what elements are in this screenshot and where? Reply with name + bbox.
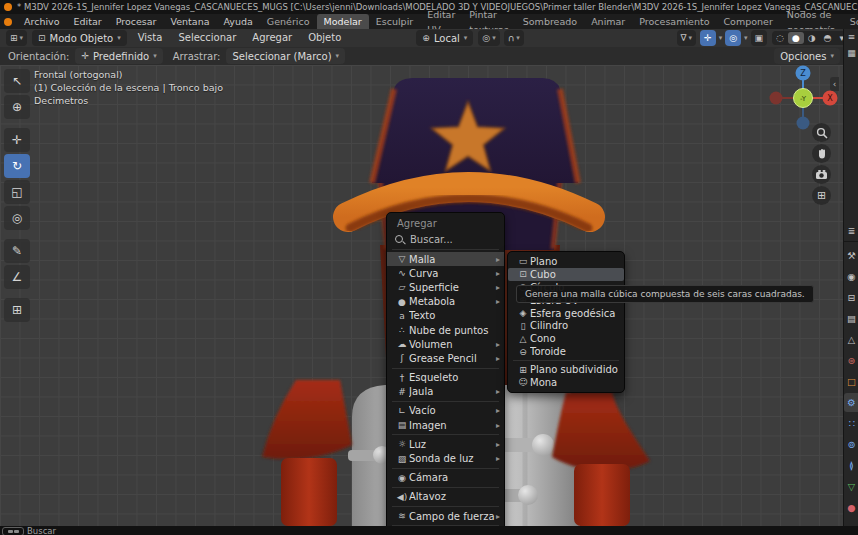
- rendered-shading-button[interactable]: ◓: [820, 32, 836, 44]
- menu-item-grease-pencil[interactable]: ʃGrease Pencil▸: [387, 351, 504, 365]
- menu-item-superficie[interactable]: ▱Superficie▸: [387, 280, 504, 294]
- zoom-button[interactable]: [812, 123, 831, 142]
- workspace-tab-procesamiento[interactable]: Procesamiento: [632, 14, 716, 29]
- tab-modifiers[interactable]: ⚙: [844, 393, 858, 412]
- overlays-dropdown[interactable]: ▾: [744, 34, 748, 42]
- 3d-viewport[interactable]: Frontal (ortogonal) (1) Colección de la …: [0, 65, 843, 526]
- navigation-gizmo[interactable]: Z X -Y: [768, 65, 840, 135]
- tab-physics[interactable]: ⊚: [844, 435, 858, 454]
- workspace-tab-sombreado[interactable]: Sombreado: [516, 14, 584, 29]
- pivot-point-dropdown[interactable]: ◎ ▾: [478, 30, 499, 46]
- menu-item-cubo[interactable]: ⊡Cubo: [508, 268, 624, 281]
- wireframe-shading-button[interactable]: ◌: [772, 32, 788, 44]
- menu-item-cono[interactable]: △Cono: [508, 332, 624, 345]
- tab-output[interactable]: ⊟: [844, 288, 858, 307]
- menu-item-camara[interactable]: ◉Cámara: [387, 471, 504, 485]
- menu-item-cilindro[interactable]: ▯Cilindro: [508, 319, 624, 332]
- tab-world[interactable]: ⊛: [844, 351, 858, 370]
- menu-seleccionar[interactable]: Seleccionar: [171, 29, 243, 47]
- menu-agregar[interactable]: Agregar: [245, 29, 299, 47]
- menu-ayuda[interactable]: Ayuda: [217, 14, 260, 29]
- workspace-tab-generico[interactable]: Genérico: [260, 14, 317, 29]
- menu-item-malla[interactable]: ▽Malla▸: [387, 252, 504, 266]
- show-gizmos-toggle[interactable]: ✛: [700, 30, 716, 46]
- camera-view-button[interactable]: [812, 165, 831, 184]
- snap-dropdown[interactable]: ∩ ▾: [504, 30, 524, 46]
- tool-cursor[interactable]: ⊕: [4, 95, 30, 119]
- object-filter-dropdown[interactable]: ∇ ▾: [677, 30, 697, 46]
- tool-select-box[interactable]: ↖: [4, 69, 30, 93]
- menu-item-mona[interactable]: ☺Mona: [508, 376, 624, 389]
- menu-item-plano[interactable]: ▭Plano: [508, 255, 624, 268]
- menu-item-campo-de-fuerza[interactable]: ≋Campo de fuerza▸: [387, 509, 504, 523]
- workspace-tab-esculpir[interactable]: Esculpir: [369, 14, 420, 29]
- drag-action-dropdown[interactable]: Seleccionar (Marco) ▾: [226, 48, 345, 64]
- properties-editor-button[interactable]: ≣: [844, 226, 858, 236]
- menu-item-altavoz[interactable]: ◀)Altavoz: [387, 490, 504, 504]
- orientation-preset-dropdown[interactable]: ✛ Predefinido ▾: [75, 48, 162, 64]
- tool-scale[interactable]: ◱: [4, 180, 30, 204]
- orthographic-toggle-button[interactable]: ⊞: [812, 186, 831, 205]
- menu-editar[interactable]: Editar: [67, 14, 109, 29]
- menu-vista[interactable]: Vista: [131, 29, 170, 47]
- menu-item-esfera-geodesica[interactable]: ◈Esfera geodésica: [508, 307, 624, 320]
- gizmos-dropdown[interactable]: ▾: [719, 34, 723, 42]
- menu-objeto[interactable]: Objeto: [301, 29, 348, 47]
- gizmo-minus-x-axis[interactable]: [770, 92, 783, 105]
- menu-item-metabola[interactable]: ●Metabola▸: [387, 295, 504, 309]
- tab-material[interactable]: ●: [844, 498, 858, 517]
- tab-particles[interactable]: ∷: [844, 414, 858, 433]
- tool-move[interactable]: ✛: [4, 128, 30, 152]
- pan-button[interactable]: [812, 144, 831, 163]
- menu-item-nube-de-puntos[interactable]: ∴Nube de puntos: [387, 323, 504, 337]
- options-dropdown[interactable]: Opciones ▾: [774, 48, 840, 64]
- xray-toggle[interactable]: ▣: [751, 30, 768, 46]
- gizmo-minus-z-axis[interactable]: [797, 117, 810, 130]
- outliner-editor-button[interactable]: ≡: [844, 32, 858, 42]
- transform-orientation-dropdown[interactable]: ⊕ Local ▾: [416, 30, 473, 46]
- menu-item-sonda-de-luz[interactable]: ▨Sonda de luz▸: [387, 451, 504, 465]
- tab-object-data[interactable]: ▽: [844, 477, 858, 496]
- menu-item-esqueleto[interactable]: †Esqueleto: [387, 371, 504, 385]
- workspace-tab-modelar[interactable]: Modelar: [317, 14, 369, 29]
- tool-rotate[interactable]: ↻: [4, 154, 30, 178]
- menu-item-toroide[interactable]: ⊖Toroide: [508, 345, 624, 358]
- material-shading-button[interactable]: ◑: [804, 32, 820, 44]
- tool-transform[interactable]: ◎: [4, 206, 30, 230]
- blender-menu-icon[interactable]: [4, 18, 12, 26]
- cube-icon: ⊡: [516, 269, 530, 279]
- menu-ventana[interactable]: Ventana: [163, 14, 216, 29]
- tab-scene[interactable]: △: [844, 330, 858, 349]
- workspace-tab-animar[interactable]: Animar: [584, 14, 632, 29]
- show-overlays-toggle[interactable]: ◎: [725, 30, 741, 46]
- tool-measure[interactable]: ∠: [4, 265, 30, 289]
- tool-add-cube[interactable]: ⊞: [4, 298, 30, 322]
- mode-dropdown[interactable]: ⊡ Modo Objeto ▾: [32, 30, 127, 46]
- menu-item-texto[interactable]: aTexto: [387, 309, 504, 323]
- menu-item-jaula[interactable]: #Jaula▸: [387, 385, 504, 399]
- tab-render[interactable]: ◉: [844, 267, 858, 286]
- camera-icon: [815, 169, 828, 180]
- tab-object[interactable]: □: [844, 372, 858, 391]
- workspace-tab-scripts[interactable]: Scripts: [843, 14, 858, 29]
- editor-type-button[interactable]: ⊞ ▾: [6, 30, 27, 46]
- tab-constraints[interactable]: ≬: [844, 456, 858, 475]
- outliner-collection-button[interactable]: ▦: [844, 48, 858, 58]
- menu-item-plano-subdividido[interactable]: ⊞Plano subdividido: [508, 363, 624, 376]
- tab-tool[interactable]: ⚒: [844, 246, 858, 265]
- menu-item-luz[interactable]: ☼Luz▸: [387, 437, 504, 451]
- menu-item-curva[interactable]: ∿Curva▸: [387, 266, 504, 280]
- menu-item-volumen[interactable]: ☁Volumen▸: [387, 337, 504, 351]
- menu-item-vacio[interactable]: ∟Vacío▸: [387, 404, 504, 418]
- chevron-down-icon: ▾: [464, 34, 468, 42]
- menu-archivo[interactable]: Archivo: [17, 14, 67, 29]
- solid-shading-button[interactable]: ●: [788, 32, 804, 44]
- sidebar-toggle[interactable]: ‹: [830, 77, 839, 91]
- tool-annotate[interactable]: ✎: [4, 239, 30, 263]
- svg-text:X: X: [827, 94, 833, 103]
- workspace-tab-componer[interactable]: Componer: [716, 14, 779, 29]
- menu-procesar[interactable]: Procesar: [109, 14, 164, 29]
- tab-view-layer[interactable]: ▤: [844, 309, 858, 328]
- menu-item-buscar[interactable]: Buscar...: [387, 232, 504, 247]
- menu-item-imagen[interactable]: ▤Imagen▸: [387, 418, 504, 432]
